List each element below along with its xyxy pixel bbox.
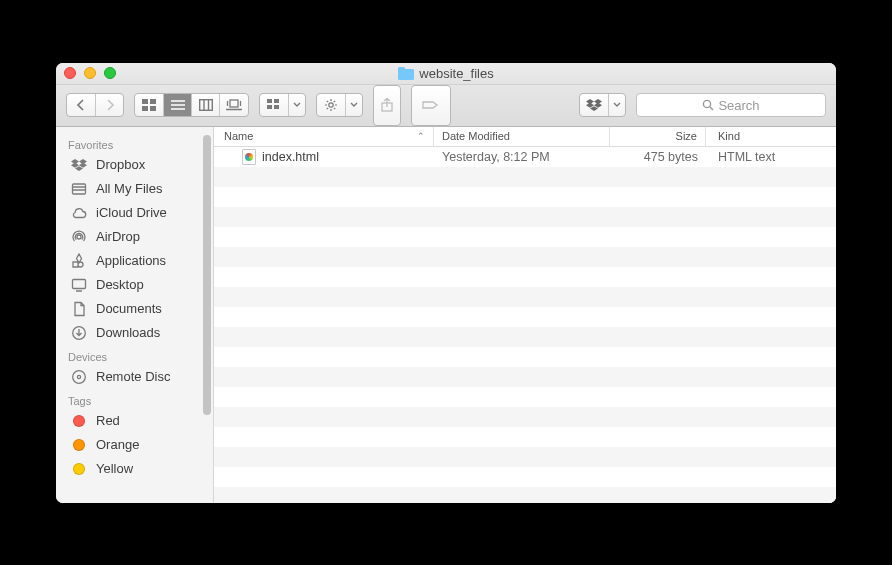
sidebar-item-red[interactable]: Red xyxy=(56,409,213,433)
column-kind[interactable]: Kind xyxy=(706,127,836,146)
svg-rect-10 xyxy=(230,100,238,107)
sidebar-item-documents[interactable]: Documents xyxy=(56,297,213,321)
window-title: website_files xyxy=(398,66,493,81)
chevron-down-icon xyxy=(288,94,305,116)
sidebar-item-remote-disc[interactable]: Remote Disc xyxy=(56,365,213,389)
sidebar-item-airdrop[interactable]: AirDrop xyxy=(56,225,213,249)
file-rows: index.htmlYesterday, 8:12 PM475 bytesHTM… xyxy=(214,147,836,503)
file-date: Yesterday, 8:12 PM xyxy=(434,150,610,164)
svg-point-20 xyxy=(704,100,711,107)
sidebar-item-all-my-files[interactable]: All My Files xyxy=(56,177,213,201)
view-switcher xyxy=(134,93,249,117)
sidebar-item-label: Desktop xyxy=(96,277,144,292)
view-icon-button[interactable] xyxy=(135,94,163,116)
close-button[interactable] xyxy=(64,67,76,79)
downloads-icon xyxy=(70,325,88,341)
file-kind: HTML text xyxy=(706,150,836,164)
scrollbar[interactable] xyxy=(203,135,211,415)
sidebar-item-applications[interactable]: Applications xyxy=(56,249,213,273)
view-coverflow-button[interactable] xyxy=(219,94,248,116)
sidebar-item-desktop[interactable]: Desktop xyxy=(56,273,213,297)
forward-button[interactable] xyxy=(95,94,123,116)
arrange-icon xyxy=(260,94,288,116)
view-list-button[interactable] xyxy=(163,94,191,116)
column-size[interactable]: Size xyxy=(610,127,706,146)
sidebar-item-label: Documents xyxy=(96,301,162,316)
sidebar-item-label: All My Files xyxy=(96,181,162,196)
sidebar-item-label: Dropbox xyxy=(96,157,145,172)
column-size-label: Size xyxy=(676,130,697,142)
svg-rect-1 xyxy=(150,99,156,104)
allmyfiles-icon xyxy=(70,181,88,197)
empty-row xyxy=(214,467,836,487)
sidebar-item-label: Applications xyxy=(96,253,166,268)
html-file-icon xyxy=(242,149,256,165)
sidebar-item-yellow[interactable]: Yellow xyxy=(56,457,213,481)
folder-icon xyxy=(398,67,414,80)
sidebar-section-label: Favorites xyxy=(56,133,213,153)
sidebar-item-dropbox[interactable]: Dropbox xyxy=(56,153,213,177)
svg-point-25 xyxy=(77,235,81,239)
nav-buttons xyxy=(66,93,124,117)
icloud-icon xyxy=(70,205,88,221)
action-menu[interactable] xyxy=(316,93,363,117)
sidebar-section-label: Tags xyxy=(56,389,213,409)
sidebar-item-label: Yellow xyxy=(96,461,133,476)
back-button[interactable] xyxy=(67,94,95,116)
column-kind-label: Kind xyxy=(718,130,740,142)
search-placeholder: Search xyxy=(718,98,759,113)
search-icon xyxy=(702,99,714,111)
svg-rect-14 xyxy=(267,99,272,103)
tag-icon xyxy=(70,461,88,477)
file-name: index.html xyxy=(262,150,319,164)
arrange-menu[interactable] xyxy=(259,93,306,117)
svg-rect-7 xyxy=(199,100,212,111)
search-field[interactable]: Search xyxy=(636,93,826,117)
chevron-down-icon xyxy=(608,94,625,116)
empty-row xyxy=(214,427,836,447)
file-size: 475 bytes xyxy=(610,150,706,164)
window-title-text: website_files xyxy=(419,66,493,81)
svg-rect-17 xyxy=(274,105,279,109)
dropbox-icon xyxy=(70,157,88,173)
svg-point-18 xyxy=(329,103,333,107)
sidebar-section-label: Devices xyxy=(56,345,213,365)
empty-row xyxy=(214,347,836,367)
sidebar-item-icloud-drive[interactable]: iCloud Drive xyxy=(56,201,213,225)
sidebar: FavoritesDropboxAll My FilesiCloud Drive… xyxy=(56,127,214,503)
sort-ascending-icon: ⌃ xyxy=(417,131,425,141)
zoom-button[interactable] xyxy=(104,67,116,79)
empty-row xyxy=(214,367,836,387)
documents-icon xyxy=(70,301,88,317)
sidebar-item-downloads[interactable]: Downloads xyxy=(56,321,213,345)
column-headers: Name ⌃ Date Modified Size Kind xyxy=(214,127,836,147)
empty-row xyxy=(214,227,836,247)
tag-icon xyxy=(70,413,88,429)
column-date[interactable]: Date Modified xyxy=(434,127,610,146)
tags-button[interactable] xyxy=(411,85,451,126)
empty-row xyxy=(214,167,836,187)
empty-row xyxy=(214,327,836,347)
minimize-button[interactable] xyxy=(84,67,96,79)
view-column-button[interactable] xyxy=(191,94,219,116)
column-name-label: Name xyxy=(224,130,253,142)
empty-row xyxy=(214,387,836,407)
svg-rect-15 xyxy=(274,99,279,103)
disc-icon xyxy=(70,369,88,385)
sidebar-item-label: iCloud Drive xyxy=(96,205,167,220)
svg-rect-0 xyxy=(142,99,148,104)
empty-row xyxy=(214,247,836,267)
sidebar-item-orange[interactable]: Orange xyxy=(56,433,213,457)
empty-row xyxy=(214,287,836,307)
svg-rect-2 xyxy=(142,106,148,111)
svg-rect-26 xyxy=(73,279,86,288)
sidebar-item-label: Red xyxy=(96,413,120,428)
titlebar[interactable]: website_files xyxy=(56,63,836,85)
column-name[interactable]: Name ⌃ xyxy=(214,127,434,146)
dropbox-menu[interactable] xyxy=(579,93,626,117)
column-date-label: Date Modified xyxy=(442,130,510,142)
finder-window: website_files xyxy=(56,63,836,503)
share-button[interactable] xyxy=(373,85,401,126)
file-row[interactable]: index.htmlYesterday, 8:12 PM475 bytesHTM… xyxy=(214,147,836,167)
empty-row xyxy=(214,187,836,207)
